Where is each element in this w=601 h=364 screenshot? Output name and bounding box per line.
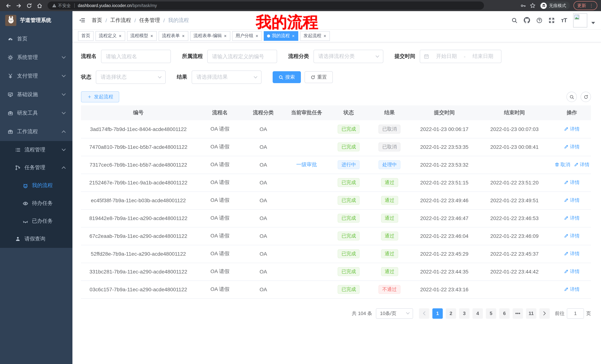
detail-link[interactable]: 详情 xyxy=(564,179,580,186)
font-size-icon[interactable]: тТ xyxy=(561,17,567,24)
page-button-6[interactable]: 6 xyxy=(499,308,510,318)
page-button-2[interactable]: 2 xyxy=(446,308,456,318)
toolbox-icon xyxy=(7,129,13,134)
result-select[interactable]: 请选择流结果 xyxy=(192,70,261,84)
detail-link[interactable]: 详情 xyxy=(564,126,580,132)
sidebar-item-请假查询[interactable]: 请假查询 xyxy=(0,230,72,248)
sidebar-toggle-icon[interactable] xyxy=(77,15,87,25)
sidebar-item-待办任务[interactable]: 待办任务 xyxy=(0,194,72,212)
create-process-button[interactable]: ＋ 发起流程 xyxy=(81,91,119,102)
cell-submit-time: 2022-01-22 23:44:35 xyxy=(412,263,476,280)
tab-label: 首页 xyxy=(81,33,90,39)
back-icon[interactable] xyxy=(4,1,13,10)
page-size-select[interactable]: 10条/页 xyxy=(376,308,413,318)
close-icon[interactable]: × xyxy=(224,33,227,38)
cell-current-task xyxy=(282,209,331,227)
category-select[interactable]: 请选择流程分类 xyxy=(313,50,383,63)
breadcrumb-separator: / xyxy=(134,17,136,23)
sidebar-item-我的流程[interactable]: 我的流程 xyxy=(0,177,72,194)
cell-actions: 详情 xyxy=(553,245,591,263)
close-icon[interactable]: × xyxy=(323,33,327,38)
browser-update-button[interactable]: 更新 ⋮ xyxy=(573,1,597,10)
not-secure-warning[interactable]: 不安全 xyxy=(52,3,71,8)
page-button-5[interactable]: 5 xyxy=(486,308,496,318)
tab-发起流程[interactable]: 发起流程× xyxy=(300,31,330,41)
cell-category: OA xyxy=(244,192,282,209)
cell-result: 通过 xyxy=(367,227,412,245)
cancel-link[interactable]: 取消 xyxy=(555,161,570,168)
sidebar-item-已办任务[interactable]: 已办任务 xyxy=(0,212,72,230)
detail-link[interactable]: 详情 xyxy=(564,215,580,221)
detail-link[interactable]: 详情 xyxy=(564,197,580,204)
help-icon[interactable] xyxy=(537,17,542,23)
home-icon[interactable] xyxy=(35,1,44,10)
page-button-3[interactable]: 3 xyxy=(459,308,470,318)
sidebar-item-研发工具[interactable]: 研发工具 xyxy=(0,104,72,123)
close-icon[interactable]: × xyxy=(291,33,295,38)
sidebar-item-流程管理[interactable]: 流程管理 xyxy=(0,141,72,159)
tab-流程定义[interactable]: 流程定义× xyxy=(95,31,125,41)
goto-page-input[interactable] xyxy=(567,308,584,318)
refresh-table-button[interactable] xyxy=(581,92,591,102)
submit-time-range-picker[interactable]: 开始日期 - 结束日期 xyxy=(420,50,501,63)
detail-link[interactable]: 详情 xyxy=(564,268,580,275)
more-pages-button[interactable]: ••• xyxy=(513,308,523,318)
close-icon[interactable]: × xyxy=(119,33,122,38)
forward-icon[interactable] xyxy=(14,1,23,10)
column-header-流程名: 流程名 xyxy=(196,105,244,120)
avatar[interactable] xyxy=(573,13,587,27)
breadcrumb-item[interactable]: 工作流程 xyxy=(110,17,131,24)
sidebar-item-首页[interactable]: 首页 xyxy=(0,30,72,48)
filter-result-label: 结果 xyxy=(177,74,187,80)
page-button-1[interactable]: 1 xyxy=(432,308,443,318)
tab-流程模型[interactable]: 流程模型× xyxy=(127,31,157,41)
page-button-4[interactable]: 4 xyxy=(472,308,483,318)
detail-link[interactable]: 详情 xyxy=(564,286,580,293)
close-icon[interactable]: × xyxy=(150,33,153,38)
sidebar-item-支付管理[interactable]: 支付管理 xyxy=(0,67,72,85)
tab-流程表单-编辑[interactable]: 流程表单-编辑× xyxy=(190,31,230,41)
process-name-input[interactable] xyxy=(101,50,171,63)
reset-button[interactable]: 重置 xyxy=(305,71,333,83)
detail-link[interactable]: 详情 xyxy=(564,233,580,239)
sidebar-item-工作流程[interactable]: 工作流程 xyxy=(0,123,72,141)
tab-首页[interactable]: 首页 xyxy=(78,31,94,41)
prev-page-button[interactable] xyxy=(419,308,429,318)
sidebar-item-系统管理[interactable]: 系统管理 xyxy=(0,48,72,67)
chevron-down-icon xyxy=(254,76,257,78)
tab-我的流程[interactable]: 我的流程× xyxy=(264,31,298,41)
status-select[interactable]: 请选择状态 xyxy=(96,70,166,84)
filter-submit-time-label: 提交时间 xyxy=(394,53,415,60)
browser-menu-icon[interactable]: ⋮ xyxy=(589,3,594,8)
close-icon[interactable]: × xyxy=(255,33,259,38)
next-page-button[interactable] xyxy=(539,308,550,318)
breadcrumb-item[interactable]: 首页 xyxy=(92,17,102,24)
toggle-search-button[interactable] xyxy=(566,92,577,102)
fullscreen-icon[interactable] xyxy=(549,17,555,23)
close-icon[interactable]: × xyxy=(182,33,185,38)
sidebar-item-基础设施[interactable]: 基础设施 xyxy=(0,85,72,104)
process-definition-input[interactable] xyxy=(207,50,277,63)
page-button-11[interactable]: 11 xyxy=(526,308,536,318)
task-link[interactable]: 一级审批 xyxy=(296,161,317,167)
cell-id: 52ffd28e-7b9a-11ec-a290-acde48001122 xyxy=(81,245,196,263)
reload-icon[interactable] xyxy=(25,1,33,10)
github-icon[interactable] xyxy=(524,17,530,23)
chevron-down-icon xyxy=(376,55,379,58)
cell-end-time xyxy=(476,280,553,298)
header-search-icon[interactable] xyxy=(512,17,518,23)
bookmark-star-icon[interactable] xyxy=(530,3,536,9)
breadcrumb-item[interactable]: 任务管理 xyxy=(139,17,160,24)
detail-link[interactable]: 详情 xyxy=(564,144,580,150)
address-bar[interactable]: 不安全 dashboard.yudao.iocoder.cn/bpm/task/… xyxy=(48,1,484,10)
password-key-icon[interactable] xyxy=(521,3,526,8)
cell-id: 3ad174fb-7b9d-11ec-8404-acde48001122 xyxy=(81,120,196,138)
app-logo[interactable]: 芋道管理系统 xyxy=(0,11,72,30)
tab-用户分组[interactable]: 用户分组× xyxy=(232,31,262,41)
avatar-caret-icon[interactable] xyxy=(591,22,595,24)
detail-link[interactable]: 详情 xyxy=(574,161,590,168)
sidebar-item-任务管理[interactable]: 任务管理 xyxy=(0,159,72,177)
detail-link[interactable]: 详情 xyxy=(564,250,580,257)
search-button[interactable]: 搜索 xyxy=(273,71,301,83)
tab-流程表单[interactable]: 流程表单× xyxy=(159,31,188,41)
